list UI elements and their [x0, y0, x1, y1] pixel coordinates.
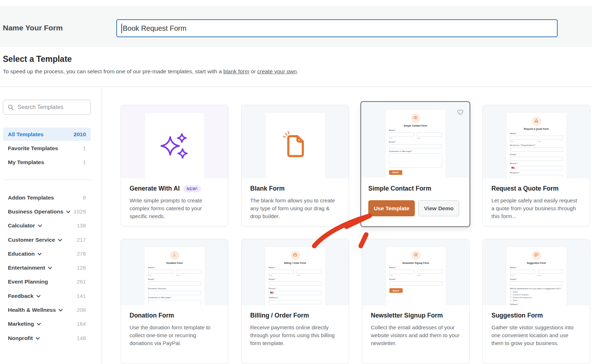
category-label: Addon Templates — [8, 195, 54, 201]
template-card-simple-contact-form[interactable]: Simple Contact FormName*FirstLastEmail*C… — [360, 101, 470, 227]
template-card-generate-ai[interactable]: Generate With AINEW!Write simple prompts… — [121, 105, 228, 226]
sidebar-item-label: My Templates — [8, 159, 44, 166]
template-thumbnail: Simple Contact FormName*FirstLastEmail*C… — [385, 110, 446, 178]
mini-input — [389, 132, 414, 137]
category-label: Customer Service — [8, 237, 55, 243]
mini-input — [417, 270, 442, 274]
mini-input — [269, 281, 322, 286]
mini-radio-label: Product Development — [513, 296, 532, 299]
page-description: To speed up the process, you can select … — [3, 68, 298, 75]
category-business-operations[interactable]: Business Operations1029 — [3, 205, 91, 218]
sidebar-item-count: 1 — [83, 159, 86, 166]
mini-radio-label: Sales — [513, 291, 518, 293]
category-count: 148 — [77, 335, 86, 341]
category-nonprofit[interactable]: Nonprofit148 — [3, 331, 91, 345]
category-label: Marketing — [8, 321, 34, 327]
mini-phone-input: ▾ — [269, 291, 322, 295]
mini-input — [148, 291, 201, 295]
form-name-input[interactable]: Book Request Form — [116, 19, 558, 37]
category-count: 128 — [77, 265, 86, 271]
category-label: Event Planning — [8, 279, 48, 285]
category-label: Education — [8, 251, 35, 257]
category-count: 138 — [77, 222, 86, 229]
category-count: 1029 — [74, 208, 86, 215]
category-calculator[interactable]: Calculator138 — [3, 219, 91, 233]
mini-field-label: Which department do you have a suggestio… — [510, 287, 563, 290]
mini-field-label: Email* — [269, 278, 322, 281]
template-title: Billing / Order Form — [250, 312, 309, 319]
mini-field-label: Email* — [510, 153, 563, 156]
create-your-own-link[interactable]: create your own — [257, 68, 297, 74]
chevron-down-icon — [36, 337, 40, 340]
mini-submit-button: Submit — [389, 170, 402, 175]
mini-sublabel: Last — [417, 274, 442, 276]
mini-input — [510, 270, 535, 274]
mini-field-label: Comment or Message* — [148, 296, 201, 299]
mini-phone-input: ▾ — [510, 166, 563, 170]
mini-form-title: Simple Contact Form — [389, 124, 442, 127]
template-thumbnail: Billing / Order FormName*FirstLastEmail*… — [265, 247, 325, 305]
mini-field-label: Request* — [510, 172, 563, 174]
category-count: 261 — [77, 279, 86, 285]
category-education[interactable]: Education278 — [3, 247, 91, 261]
template-card-billing-order-form[interactable]: Billing / Order FormName*FirstLastEmail*… — [241, 239, 349, 364]
chevron-down-icon — [37, 323, 41, 326]
mini-radio-label: Other — [513, 299, 518, 301]
blank-form-link[interactable]: blank form — [223, 68, 249, 74]
category-customer-service[interactable]: Customer Service217 — [3, 233, 91, 247]
mini-input — [176, 270, 201, 274]
cloche-icon — [534, 118, 539, 124]
category-feedback[interactable]: Feedback141 — [3, 289, 91, 303]
mini-input — [510, 147, 563, 152]
sidebar-item-all-templates[interactable]: All Templates2010 — [3, 128, 91, 141]
search-input[interactable]: Search Templates — [3, 100, 91, 115]
template-card-blank-form[interactable]: Blank FormThe blank form allows you to c… — [241, 105, 349, 226]
sidebar-item-count: 2010 — [74, 131, 86, 138]
mini-input — [510, 281, 563, 286]
mini-field-label: Email* — [389, 278, 442, 281]
briefcase-icon — [293, 252, 297, 259]
category-count: 164 — [77, 321, 86, 327]
chevron-down-icon — [37, 295, 40, 298]
sidebar-item-favorite-templates[interactable]: Favorite Templates1 — [3, 142, 91, 155]
mini-input — [538, 270, 563, 274]
mini-field-label: Subject* — [510, 303, 563, 305]
category-event-planning[interactable]: Event Planning261 — [3, 275, 91, 289]
mini-radio — [510, 296, 512, 298]
mini-form-title: Donation Form — [148, 262, 201, 265]
category-addon-templates[interactable]: Addon Templates8 — [3, 191, 91, 205]
mini-input — [148, 281, 201, 286]
mini-radio-label: Customer Support — [513, 294, 529, 296]
category-health-wellness[interactable]: Health & Wellness208 — [3, 303, 91, 317]
template-description: Gather site visitor suggestions into one… — [491, 324, 581, 347]
sidebar-item-my-templates[interactable]: My Templates1 — [3, 156, 91, 169]
description-text: or — [249, 68, 257, 74]
view-demo-button[interactable]: View Demo — [418, 200, 459, 216]
mini-sublabel: First — [389, 274, 414, 276]
chevron-down-icon — [58, 239, 62, 242]
category-entertainment[interactable]: Entertainment128 — [3, 261, 91, 275]
mini-input — [510, 136, 535, 140]
mini-form-title: Billing / Order Form — [269, 262, 322, 265]
form-name-value: Book Request Form — [123, 24, 186, 33]
category-label: Nonprofit — [8, 335, 33, 341]
mini-field-label: Phone* — [510, 162, 563, 165]
template-thumbnail: Request a Quote FormName*FirstLastBusine… — [506, 113, 567, 178]
template-card-donation-form[interactable]: Donation FormName*FirstLastEmail*Donatio… — [121, 239, 228, 364]
category-marketing[interactable]: Marketing164 — [3, 317, 91, 331]
mini-radio — [510, 300, 512, 301]
mini-submit-button: Submit — [389, 288, 403, 293]
template-card-newsletter-signup-form[interactable]: Newsletter Signup FormName*FirstLastEmai… — [362, 239, 470, 364]
template-title: Newsletter Signup Form — [371, 312, 443, 319]
template-nav: All Templates2010Favorite Templates1My T… — [3, 128, 91, 169]
template-card-request-quote-form[interactable]: Request a Quote FormName*FirstLastBusine… — [482, 105, 590, 226]
template-card-suggestion-form[interactable]: Suggestion FormName*FirstLastEmail*Which… — [482, 239, 590, 364]
template-thumbnail: Newsletter Signup FormName*FirstLastEmai… — [386, 247, 446, 305]
category-count: 217 — [77, 237, 86, 243]
text-caret — [121, 24, 122, 33]
chevron-down-icon — [48, 267, 52, 270]
use-template-button[interactable]: Use Template — [368, 200, 415, 216]
template-description: Collect the email addresses of your webs… — [371, 324, 461, 347]
favorite-heart-icon[interactable] — [456, 108, 465, 116]
mini-input — [389, 144, 442, 148]
